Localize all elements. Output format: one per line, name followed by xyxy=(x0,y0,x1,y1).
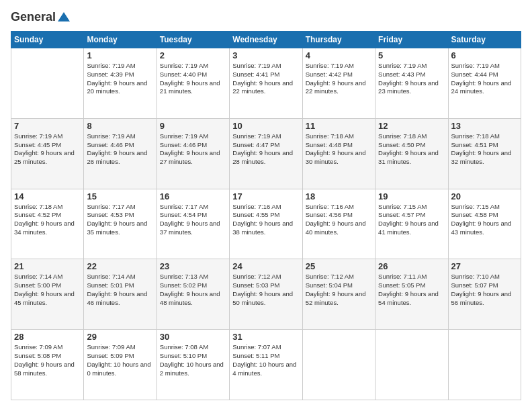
day-info: Sunrise: 7:15 AMSunset: 4:58 PMDaylight:… xyxy=(451,203,518,237)
day-number: 27 xyxy=(451,261,518,271)
logo: General xyxy=(11,11,71,24)
calendar-cell: 6Sunrise: 7:19 AMSunset: 4:44 PMDaylight… xyxy=(448,48,521,119)
day-number: 4 xyxy=(306,50,372,60)
day-number: 5 xyxy=(378,50,445,60)
calendar-week-1: 7Sunrise: 7:19 AMSunset: 4:45 PMDaylight… xyxy=(11,118,521,189)
calendar-cell: 2Sunrise: 7:19 AMSunset: 4:40 PMDaylight… xyxy=(157,48,229,119)
calendar-cell: 17Sunrise: 7:16 AMSunset: 4:55 PMDayligh… xyxy=(230,189,302,259)
calendar-header-row: SundayMondayTuesdayWednesdayThursdayFrid… xyxy=(11,32,521,48)
day-number: 15 xyxy=(87,191,153,201)
calendar-cell: 29Sunrise: 7:09 AMSunset: 5:09 PMDayligh… xyxy=(84,330,157,400)
day-number: 6 xyxy=(451,50,518,60)
calendar-cell: 20Sunrise: 7:15 AMSunset: 4:58 PMDayligh… xyxy=(448,189,521,259)
day-info: Sunrise: 7:17 AMSunset: 4:53 PMDaylight:… xyxy=(87,203,153,237)
calendar-cell: 15Sunrise: 7:17 AMSunset: 4:53 PMDayligh… xyxy=(84,189,157,259)
day-info: Sunrise: 7:14 AMSunset: 5:01 PMDaylight:… xyxy=(87,273,153,307)
day-info: Sunrise: 7:16 AMSunset: 4:56 PMDaylight:… xyxy=(306,203,372,237)
day-number: 18 xyxy=(306,191,372,201)
day-number: 14 xyxy=(14,191,81,201)
calendar-cell: 26Sunrise: 7:11 AMSunset: 5:05 PMDayligh… xyxy=(375,259,448,330)
calendar-cell: 31Sunrise: 7:07 AMSunset: 5:11 PMDayligh… xyxy=(230,330,302,400)
calendar-header-sunday: Sunday xyxy=(11,32,84,48)
day-info: Sunrise: 7:14 AMSunset: 5:00 PMDaylight:… xyxy=(14,273,81,307)
calendar-cell: 21Sunrise: 7:14 AMSunset: 5:00 PMDayligh… xyxy=(11,259,84,330)
calendar-cell xyxy=(11,48,84,119)
day-info: Sunrise: 7:19 AMSunset: 4:45 PMDaylight:… xyxy=(14,132,81,167)
day-info: Sunrise: 7:18 AMSunset: 4:50 PMDaylight:… xyxy=(378,132,445,167)
day-number: 24 xyxy=(232,261,299,271)
calendar-header-tuesday: Tuesday xyxy=(157,32,229,48)
day-number: 21 xyxy=(14,261,81,271)
calendar-cell: 1Sunrise: 7:19 AMSunset: 4:39 PMDaylight… xyxy=(84,48,157,119)
calendar-cell: 9Sunrise: 7:19 AMSunset: 4:46 PMDaylight… xyxy=(157,118,229,189)
day-info: Sunrise: 7:19 AMSunset: 4:46 PMDaylight:… xyxy=(87,132,153,167)
calendar-week-0: 1Sunrise: 7:19 AMSunset: 4:39 PMDaylight… xyxy=(11,48,521,119)
day-info: Sunrise: 7:07 AMSunset: 5:11 PMDaylight:… xyxy=(232,343,299,377)
calendar-cell xyxy=(302,330,375,400)
day-number: 9 xyxy=(160,121,226,131)
calendar-cell: 18Sunrise: 7:16 AMSunset: 4:56 PMDayligh… xyxy=(302,189,375,259)
calendar-cell: 12Sunrise: 7:18 AMSunset: 4:50 PMDayligh… xyxy=(375,118,448,189)
calendar-cell: 3Sunrise: 7:19 AMSunset: 4:41 PMDaylight… xyxy=(230,48,302,119)
calendar-cell: 25Sunrise: 7:12 AMSunset: 5:04 PMDayligh… xyxy=(302,259,375,330)
day-info: Sunrise: 7:19 AMSunset: 4:47 PMDaylight:… xyxy=(232,132,299,167)
day-number: 30 xyxy=(160,332,226,342)
calendar-cell: 23Sunrise: 7:13 AMSunset: 5:02 PMDayligh… xyxy=(157,259,229,330)
calendar-header-friday: Friday xyxy=(375,32,448,48)
day-number: 10 xyxy=(232,121,299,131)
logo-general: General xyxy=(11,11,71,24)
logo-general-word: General xyxy=(11,11,56,24)
calendar-cell xyxy=(448,330,521,400)
day-number: 22 xyxy=(87,261,153,271)
day-info: Sunrise: 7:15 AMSunset: 4:57 PMDaylight:… xyxy=(378,203,445,237)
calendar-cell: 14Sunrise: 7:18 AMSunset: 4:52 PMDayligh… xyxy=(11,189,84,259)
logo-text: General xyxy=(11,11,71,24)
calendar-cell: 5Sunrise: 7:19 AMSunset: 4:43 PMDaylight… xyxy=(375,48,448,119)
calendar-header-saturday: Saturday xyxy=(448,32,521,48)
day-info: Sunrise: 7:10 AMSunset: 5:07 PMDaylight:… xyxy=(451,273,518,307)
day-number: 12 xyxy=(378,121,445,131)
calendar-cell: 11Sunrise: 7:18 AMSunset: 4:48 PMDayligh… xyxy=(302,118,375,189)
day-number: 3 xyxy=(232,50,299,60)
day-number: 2 xyxy=(160,50,226,60)
day-number: 7 xyxy=(14,121,81,131)
day-number: 20 xyxy=(451,191,518,201)
day-info: Sunrise: 7:12 AMSunset: 5:03 PMDaylight:… xyxy=(232,273,299,307)
calendar-week-4: 28Sunrise: 7:09 AMSunset: 5:08 PMDayligh… xyxy=(11,330,521,400)
day-info: Sunrise: 7:17 AMSunset: 4:54 PMDaylight:… xyxy=(160,203,226,237)
day-number: 28 xyxy=(14,332,81,342)
day-info: Sunrise: 7:19 AMSunset: 4:39 PMDaylight:… xyxy=(87,62,153,96)
calendar-cell: 19Sunrise: 7:15 AMSunset: 4:57 PMDayligh… xyxy=(375,189,448,259)
day-info: Sunrise: 7:12 AMSunset: 5:04 PMDaylight:… xyxy=(306,273,372,307)
calendar-cell: 27Sunrise: 7:10 AMSunset: 5:07 PMDayligh… xyxy=(448,259,521,330)
svg-marker-0 xyxy=(58,12,70,21)
day-info: Sunrise: 7:19 AMSunset: 4:46 PMDaylight:… xyxy=(160,132,226,167)
calendar-cell: 8Sunrise: 7:19 AMSunset: 4:46 PMDaylight… xyxy=(84,118,157,189)
calendar-cell xyxy=(375,330,448,400)
day-number: 8 xyxy=(87,121,153,131)
day-info: Sunrise: 7:13 AMSunset: 5:02 PMDaylight:… xyxy=(160,273,226,307)
calendar-cell: 16Sunrise: 7:17 AMSunset: 4:54 PMDayligh… xyxy=(157,189,229,259)
calendar-cell: 30Sunrise: 7:08 AMSunset: 5:10 PMDayligh… xyxy=(157,330,229,400)
header: General xyxy=(11,11,521,24)
day-number: 1 xyxy=(87,50,153,60)
calendar-cell: 13Sunrise: 7:18 AMSunset: 4:51 PMDayligh… xyxy=(448,118,521,189)
calendar-cell: 7Sunrise: 7:19 AMSunset: 4:45 PMDaylight… xyxy=(11,118,84,189)
calendar-cell: 4Sunrise: 7:19 AMSunset: 4:42 PMDaylight… xyxy=(302,48,375,119)
day-number: 26 xyxy=(378,261,445,271)
day-info: Sunrise: 7:18 AMSunset: 4:52 PMDaylight:… xyxy=(14,203,81,237)
calendar-week-3: 21Sunrise: 7:14 AMSunset: 5:00 PMDayligh… xyxy=(11,259,521,330)
day-info: Sunrise: 7:19 AMSunset: 4:43 PMDaylight:… xyxy=(378,62,445,96)
day-number: 17 xyxy=(232,191,299,201)
day-info: Sunrise: 7:19 AMSunset: 4:40 PMDaylight:… xyxy=(160,62,226,96)
calendar-week-2: 14Sunrise: 7:18 AMSunset: 4:52 PMDayligh… xyxy=(11,189,521,259)
day-number: 29 xyxy=(87,332,153,342)
day-info: Sunrise: 7:18 AMSunset: 4:51 PMDaylight:… xyxy=(451,132,518,167)
day-info: Sunrise: 7:19 AMSunset: 4:44 PMDaylight:… xyxy=(451,62,518,96)
day-number: 23 xyxy=(160,261,226,271)
day-number: 13 xyxy=(451,121,518,131)
calendar-cell: 22Sunrise: 7:14 AMSunset: 5:01 PMDayligh… xyxy=(84,259,157,330)
day-info: Sunrise: 7:18 AMSunset: 4:48 PMDaylight:… xyxy=(306,132,372,167)
day-number: 16 xyxy=(160,191,226,201)
logo-triangle-icon xyxy=(57,11,71,24)
